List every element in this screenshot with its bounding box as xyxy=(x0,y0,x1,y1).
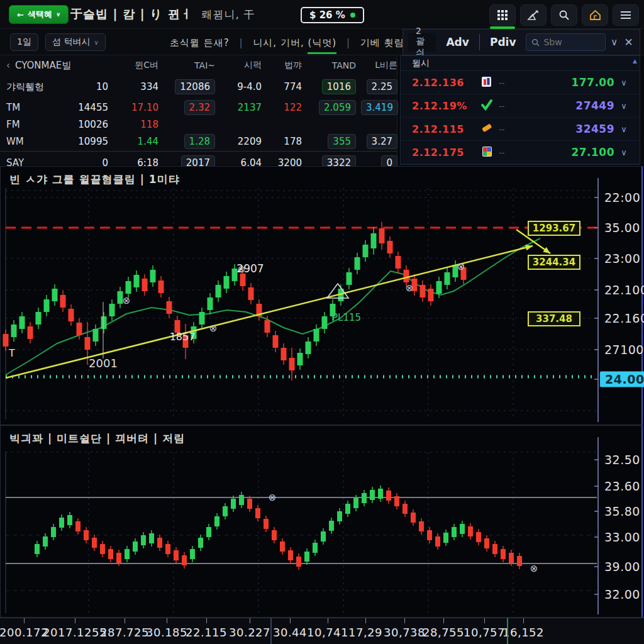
chart-marker-icon: ⊗ xyxy=(209,323,218,334)
x-axis-label: 10,757 xyxy=(464,626,505,639)
x-axis-label: 200.172 xyxy=(0,626,48,639)
window-title: 于슬빕 | 캄 | り 뀐ㅓ뢔뀜니, 干 xyxy=(70,6,255,23)
x-axis-tick xyxy=(24,618,25,623)
x-axis-tick xyxy=(167,618,167,623)
style-dropdown[interactable]: 섬 턱벼시∨ xyxy=(45,33,106,51)
status-dot xyxy=(350,13,355,18)
grid-icon xyxy=(497,9,508,21)
table-cell: 2137 xyxy=(220,102,267,113)
lower-chart-canvas[interactable]: ⊗⊗ xyxy=(1,426,642,617)
column-header[interactable]: 시퍽 xyxy=(220,60,267,71)
menu-item-1[interactable]: 초식뮐 든새? xyxy=(170,37,230,48)
column-header[interactable]: L비른 xyxy=(361,60,402,71)
panel-dropdown-button[interactable]: ∨ xyxy=(608,33,620,51)
column-header[interactable]: TAND xyxy=(307,60,361,70)
table-row[interactable]: FM10026118 xyxy=(0,117,397,132)
back-button[interactable]: ← 색택혜 ∨ xyxy=(9,5,69,24)
panel-close-button[interactable]: ✕ xyxy=(623,33,635,51)
table-cell: 122 xyxy=(267,102,307,113)
table-cell: 17.10 xyxy=(113,102,164,113)
x-axis-tick xyxy=(206,618,207,623)
table-title[interactable]: ‹CYONMAE빌 xyxy=(6,60,113,72)
event-row[interactable]: 2.12.136--177.00∨ xyxy=(401,71,640,94)
chart-marker-icon: ⊗ xyxy=(530,563,538,574)
column-header[interactable]: TAI~ xyxy=(164,60,220,70)
price-label-box: 3244.34 xyxy=(528,255,580,270)
checkmark-icon xyxy=(480,99,496,113)
price-label-box: 337.48 xyxy=(528,311,580,326)
table-cell: 334 xyxy=(113,81,164,92)
price-label-box: 1293.67 xyxy=(528,221,580,236)
chart-marker-icon: ⊗ xyxy=(123,295,131,306)
chart-annotation: 1857 xyxy=(170,331,196,343)
table-cell: 10026 xyxy=(74,119,113,130)
event-row[interactable]: 2.12.19%--27449∨ xyxy=(401,94,640,118)
search-button[interactable] xyxy=(551,4,577,26)
y-axis-label: 32.50 xyxy=(604,453,640,467)
table-cell: 1016 xyxy=(307,79,361,94)
hamburger-menu-button[interactable] xyxy=(613,4,639,26)
panel-search-input[interactable] xyxy=(543,37,600,47)
chevron-down-icon[interactable]: ∨ xyxy=(614,78,633,87)
y-axis-label: 32.00 xyxy=(604,587,640,601)
tab-pdiv[interactable]: Pdiv xyxy=(482,33,524,52)
event-row[interactable]: 2.12.175--27.100∨ xyxy=(401,141,640,164)
indicator-chart-panel: 빅긔꽈 | 미트쉴단 | 끠버텨 | 저림 ⊗⊗32.5023.6035.803… xyxy=(0,425,643,618)
x-axis-label: 17,29 xyxy=(348,626,382,639)
panel-search[interactable] xyxy=(526,33,606,51)
window-subtitle: 뢔뀜니, 干 xyxy=(201,8,255,21)
table-cell: 2.25 xyxy=(361,79,402,94)
scroll-up-arrow[interactable]: ▲ xyxy=(633,58,637,64)
event-row[interactable]: 2.12.115--32459∨ xyxy=(401,118,640,141)
x-axis-tick xyxy=(328,618,328,623)
main-chart-canvas[interactable]: ⊗⊗⊗⊗⊗ xyxy=(1,167,642,425)
tools-icon xyxy=(527,9,540,21)
tools-button[interactable] xyxy=(520,4,547,26)
tab-adv[interactable]: Adv xyxy=(438,33,476,52)
table-row[interactable]: WM109951.441.2822091783553.27 xyxy=(0,132,397,151)
main-price-chart-panel: 빈 ㅅ갸 그를 윌끝혐클림 | 1미탸 ⊗⊗⊗⊗⊗22:0035.0023:00… xyxy=(0,166,643,425)
main-chart-title: 빈 ㅅ갸 그를 윌끝혐클림 | 1미탸 xyxy=(9,172,180,187)
search-icon xyxy=(558,9,570,21)
table-cell: 3.419 xyxy=(361,100,402,115)
table-row[interactable]: TM1445517.102.3221371222.0593.419 xyxy=(0,98,397,117)
event-dashes: -- xyxy=(499,78,571,87)
x-axis-label: 16,152 xyxy=(502,626,544,639)
period-chip[interactable]: 1일 xyxy=(10,33,38,51)
events-panel: 윌시 ▲ 2.12.136--177.00∨2.12.19%--27449∨2.… xyxy=(400,55,640,165)
x-axis-tick xyxy=(365,618,366,623)
grid-menu-button[interactable] xyxy=(489,4,516,26)
time-axis[interactable]: 200.1722017.1255287.72530.18522.11530.22… xyxy=(0,618,644,644)
x-axis-label: 287.725 xyxy=(100,626,149,639)
back-chevron-icon[interactable]: ‹ xyxy=(6,60,10,71)
top-bar: ← 색택혜 ∨ 于슬빕 | 캄 | り 뀐ㅓ뢔뀜니, 干 $ 26 % xyxy=(0,0,644,29)
row-label: 갸릭휄헝 xyxy=(6,81,74,93)
event-value: 32459 xyxy=(575,123,614,135)
chart-marker-icon: ⊗ xyxy=(406,282,414,294)
event-time: 2.12.175 xyxy=(412,147,477,158)
back-label: 색택혜 xyxy=(28,9,52,20)
column-header[interactable]: 법꺄 xyxy=(267,60,307,71)
x-axis-label: 10,741 xyxy=(307,626,348,639)
table-row[interactable]: 갸릭휄헝10334120869-4.077410162.25 xyxy=(0,75,397,98)
pencil-icon xyxy=(480,122,496,136)
menu-item-2[interactable]: 니시, 기버, xyxy=(253,37,304,48)
chevron-down-icon[interactable]: ∨ xyxy=(614,148,633,157)
table-cell: 1.44 xyxy=(113,136,164,147)
chevron-down-icon[interactable]: ∨ xyxy=(614,125,633,134)
home-button[interactable] xyxy=(582,4,608,26)
menu-item-2-active[interactable]: (닉멋) xyxy=(308,37,336,54)
indicator-chart-title: 빅긔꽈 | 미트쉴단 | 끠버텨 | 저림 xyxy=(9,431,185,446)
event-value: 27449 xyxy=(575,99,614,112)
x-axis-tick xyxy=(443,618,444,623)
table-cell: 1.28 xyxy=(164,134,220,149)
table-cell: 178 xyxy=(267,136,307,147)
column-header[interactable]: 뮌C벼 xyxy=(113,60,164,71)
back-arrow-icon: ← xyxy=(17,10,24,19)
tab-1[interactable]: 2괄싀 xyxy=(408,33,436,52)
chevron-down-icon[interactable]: ∨ xyxy=(614,101,633,111)
chart-annotation: 2001 xyxy=(89,357,118,370)
watchlist-table: ‹CYONMAE빌뮌C벼TAI~시퍽법꺄TANDL비른갸릭휄헝103341208… xyxy=(0,55,397,165)
menu-icon xyxy=(620,11,631,19)
row-label: FM xyxy=(6,119,74,130)
